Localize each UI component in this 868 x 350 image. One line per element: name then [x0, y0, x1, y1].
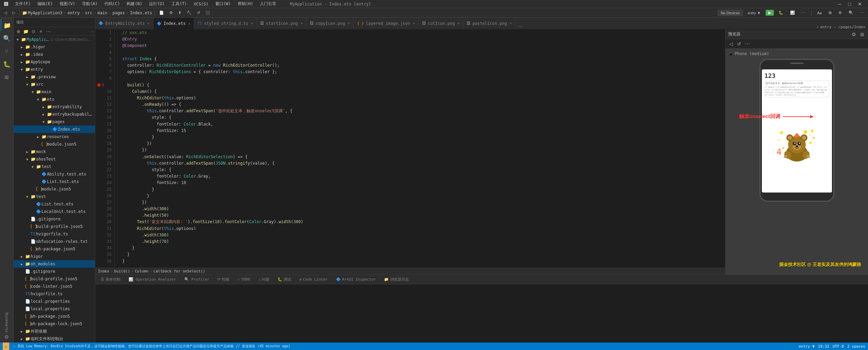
preview-expand-btn[interactable]: ⊞	[859, 32, 865, 37]
tab-layered[interactable]: { } layered_image.json ✕	[354, 18, 419, 29]
activity-git[interactable]: ⑂	[1, 45, 13, 57]
more-tabs-btn[interactable]: ⋯	[515, 24, 525, 29]
minimize-btn[interactable]: ─	[836, 0, 844, 8]
activity-extensions[interactable]: ⊞	[1, 71, 13, 83]
tree-ohostest[interactable]: ▼ 📁 ohosTest	[14, 155, 95, 163]
tab-copyicon[interactable]: 🖼 copyIcon.png ✕	[306, 18, 354, 29]
tab-pastel[interactable]: 🖼 pastelIcon.png ✕	[463, 18, 515, 29]
debug-btn[interactable]: 🐛	[777, 9, 785, 17]
profile-btn[interactable]: 📊	[788, 9, 797, 17]
menu-file[interactable]: 文件(F)	[14, 1, 32, 7]
toolbar-main[interactable]: main	[98, 11, 107, 15]
toolbar-more-btn[interactable]: ⋯	[858, 9, 866, 17]
tab-entryability[interactable]: 🔷 EntryAbility.ets ✕	[95, 18, 153, 29]
preview-back-btn[interactable]: ◁	[728, 41, 734, 47]
menu-navigate[interactable]: 导航(A)	[81, 1, 99, 7]
tree-ohpackage[interactable]: { } oh-package.json5	[14, 245, 95, 253]
tree-list-test[interactable]: 🔷 List.test.ets	[14, 178, 95, 185]
activity-search[interactable]: 🔍	[1, 32, 13, 44]
tree-module-json5-2[interactable]: { } module.json5	[14, 185, 95, 193]
menu-code[interactable]: 代码(C)	[103, 1, 121, 7]
toolbar-pages[interactable]: pages	[113, 11, 125, 15]
tab-starticon-close[interactable]: ✕	[301, 21, 303, 25]
tree-hvigorfile[interactable]: TS hvigorfile.ts	[14, 230, 95, 238]
tree-ohpackage2[interactable]: { } oh-package.json5	[14, 313, 95, 320]
activity-debug[interactable]: 🐛	[1, 58, 13, 70]
breadcrumb-index[interactable]: Index	[98, 269, 109, 273]
bottom-tab-problems[interactable]: ⚠ 问题	[256, 275, 272, 284]
settings2-btn[interactable]: ⚙	[836, 9, 844, 17]
tree-codelinter[interactable]: { } code-linter.json5	[14, 283, 95, 290]
forward-btn[interactable]: ▷	[10, 9, 17, 17]
tree-entryability[interactable]: ▶ 📁 entryability	[14, 103, 95, 111]
tab-copyicon-close[interactable]: ✕	[348, 21, 350, 25]
font-size-btn[interactable]: Aa	[815, 9, 824, 17]
tree-localunit[interactable]: 🔷 LocalUnit.test.ets	[14, 208, 95, 215]
menu-vcs[interactable]: VCS(S)	[193, 2, 210, 6]
stop-btn[interactable]: ⬛	[203, 9, 212, 17]
bottom-tab-debug[interactable]: 🐛 调试	[275, 275, 294, 284]
tree-test-folder[interactable]: ▼ 📁 test	[14, 163, 95, 170]
tab-starticon[interactable]: 🖼 startIcon.png ✕	[257, 18, 306, 29]
bottom-tab-codelinter[interactable]: ⚙ Code Linter	[297, 275, 330, 284]
refresh-btn[interactable]: ↺	[195, 9, 202, 17]
build-btn[interactable]: 🔨	[185, 9, 194, 17]
menu-edit[interactable]: 编辑(E)	[36, 1, 54, 7]
tree-gitignore[interactable]: 📄 .gitignore	[14, 215, 95, 223]
tree-temp[interactable]: ▶ 📁 临时文件和控制台	[14, 335, 95, 343]
tree-pages[interactable]: ▼ 📁 pages	[14, 118, 95, 126]
toolbar-project[interactable]: 📁 MyApplication3	[22, 11, 62, 15]
toolbar-search-btn[interactable]: 🔍	[847, 9, 855, 17]
bottom-tab-perf[interactable]: ⟳ 性能	[215, 275, 232, 284]
bottom-tab-operation[interactable]: 📊 Operation Analyzer	[126, 275, 179, 284]
more-btn[interactable]: ⋯	[800, 9, 807, 17]
sidebar-btn-3[interactable]: ⊙	[30, 28, 37, 35]
layout-btn[interactable]: ⊞	[827, 9, 834, 17]
tree-list-test2[interactable]: 🔷 List.test.ets	[14, 200, 95, 208]
tree-preview-folder[interactable]: ▶ 📁 .preview	[14, 73, 95, 81]
tree-ets[interactable]: ▼ 📁 ets	[14, 96, 95, 103]
tab-entryability-close[interactable]: ✕	[148, 21, 150, 25]
tree-idea[interactable]: ▶ 📁 .idea	[14, 51, 95, 58]
tab-cuticon[interactable]: 🖼 cutIcon.png ✕	[419, 18, 464, 29]
sidebar-btn-1[interactable]: ⊕	[15, 28, 22, 35]
toolbar-project-label[interactable]: MyApplication3	[28, 11, 62, 15]
bottom-tab-profiler[interactable]: 🔍 Profiler	[182, 275, 212, 284]
tree-main[interactable]: ▼ 📁 main	[14, 88, 95, 96]
tree-buildprofile[interactable]: { } build-profile.json5	[14, 223, 95, 230]
tab-pastel-close[interactable]: ✕	[510, 21, 512, 25]
tree-oh-modules[interactable]: ▶ 📁 oh_modules	[14, 260, 95, 268]
tree-ohpackagelock[interactable]: { } oh-package-lock.json5	[14, 320, 95, 328]
tree-index-ets[interactable]: 🔷 Index.ets	[14, 126, 95, 133]
menu-help[interactable]: 帮助(H)	[236, 1, 255, 7]
devices-dropdown[interactable]: No Devices	[718, 10, 743, 16]
maximize-btn[interactable]: □	[846, 0, 853, 8]
menu-window[interactable]: 窗口(W)	[214, 1, 232, 7]
tree-hvigorfile2[interactable]: TS hvigorfile.ts	[14, 290, 95, 298]
tree-localprop[interactable]: 📄 local.properties	[14, 298, 95, 305]
bottom-tab-arkui[interactable]: 🔷 ArkUI Inspector	[333, 275, 379, 284]
git-btn[interactable]: ⬆	[176, 9, 183, 17]
tab-cuticon-close[interactable]: ✕	[457, 21, 460, 25]
menu-run[interactable]: 运行(U)	[148, 1, 166, 7]
preview-refresh-btn[interactable]: ↺	[736, 41, 742, 47]
bottom-tab-base[interactable]: ☰ 基本控制	[98, 275, 123, 284]
breadcrumb-build[interactable]: build()	[114, 269, 130, 273]
status-branch[interactable]: entry ▼	[799, 344, 814, 349]
tab-styled-close[interactable]: ✕	[251, 21, 253, 25]
tree-src[interactable]: ▼ 📁 src	[14, 81, 95, 88]
settings-btn[interactable]: ⚙	[167, 9, 175, 17]
close-btn[interactable]: ✕	[856, 0, 864, 8]
tree-test2[interactable]: ▼ 📁 test	[14, 193, 95, 200]
tab-layered-close[interactable]: ✕	[413, 21, 415, 25]
tree-entrybackupability[interactable]: ▶ 📁 entrybackupability	[14, 111, 95, 118]
toolbar-index[interactable]: Index.ets	[130, 11, 152, 15]
entry-dropdown[interactable]: entry ▼	[746, 9, 763, 17]
tree-buildprofile2[interactable]: { } build-profile.json5	[14, 275, 95, 283]
menu-view[interactable]: 视图(V)	[58, 1, 77, 7]
run-btn[interactable]: ▶	[766, 10, 774, 16]
toolbar-entry[interactable]: entry	[67, 11, 80, 15]
toolbar-src[interactable]: src	[85, 11, 93, 15]
bottom-tab-browser[interactable]: 📁 浏览器日志	[381, 275, 412, 284]
breadcrumb-callback[interactable]: callback for onSelect()	[153, 269, 205, 273]
